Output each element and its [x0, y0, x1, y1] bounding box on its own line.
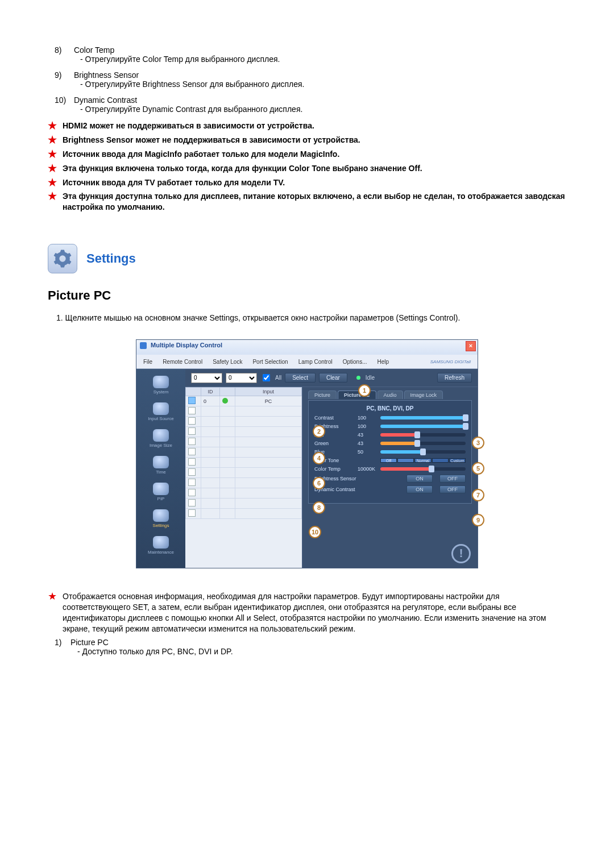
pip-icon — [153, 483, 169, 495]
tab-audio[interactable]: Audio — [377, 391, 403, 399]
table-row — [186, 447, 302, 458]
label-color-temp: Color Temp — [314, 466, 354, 472]
color-tone-option[interactable] — [397, 458, 414, 463]
table-row — [186, 427, 302, 437]
row-select-icon — [188, 499, 196, 506]
color-tone-option[interactable]: Custom — [449, 458, 466, 463]
label-dynamic-contrast: Dynamic Contrast — [314, 487, 375, 492]
row-select-icon — [188, 427, 196, 435]
range-to-select[interactable]: 0 — [226, 373, 257, 383]
menu-lamp-control[interactable]: Lamp Control — [295, 358, 336, 366]
item-label: Picture PC — [70, 638, 109, 647]
menu-bar: File Remote Control Safety Lock Port Sel… — [136, 355, 478, 369]
brand-label: SAMSUNG DIGITall — [427, 359, 474, 365]
star-icon: ★ — [48, 177, 57, 188]
menu-remote-control[interactable]: Remote Control — [159, 358, 206, 366]
slider-color-temp[interactable] — [380, 467, 466, 471]
slider-brightness[interactable] — [380, 425, 466, 428]
table-row — [186, 488, 302, 499]
menu-options[interactable]: Options... — [339, 358, 371, 366]
table-row — [186, 458, 302, 468]
slider-green[interactable] — [380, 442, 466, 445]
idle-indicator-icon — [356, 376, 360, 380]
table-row — [186, 499, 302, 509]
row-select-icon — [188, 489, 196, 496]
refresh-button[interactable]: Refresh — [437, 373, 472, 383]
sidebar-item-label: Time — [156, 470, 165, 475]
table-row — [186, 417, 302, 427]
star-icon: ★ — [48, 135, 57, 145]
slider-contrast[interactable] — [380, 416, 466, 420]
item-desc: - Отрегулируйте Brightness Sensor для вы… — [80, 80, 566, 89]
section-subheading: Picture PC — [48, 288, 566, 303]
sidebar-item-label: Image Size — [150, 443, 172, 448]
note-text: Источник ввода для MagicInfo работает то… — [63, 149, 339, 159]
color-tone-option[interactable]: Normal — [414, 458, 431, 463]
all-checkbox[interactable] — [263, 374, 270, 381]
sidebar-item-settings[interactable]: Settings — [141, 506, 181, 530]
sidebar-item-system[interactable]: System — [141, 372, 181, 397]
dynamic-contrast-off[interactable]: OFF — [439, 485, 466, 493]
dynamic-contrast-on[interactable]: ON — [406, 485, 433, 493]
warning-icon: ! — [451, 544, 471, 563]
grid-header-stat — [220, 388, 235, 396]
menu-help[interactable]: Help — [374, 358, 393, 366]
menu-port-selection[interactable]: Port Selection — [249, 358, 291, 366]
sidebar-item-image-size[interactable]: Image Size — [141, 426, 181, 450]
select-button[interactable]: Select — [285, 373, 316, 383]
slider-red[interactable] — [380, 433, 466, 437]
note-text: HDMI2 может не поддерживаться в зависимо… — [63, 121, 314, 130]
star-icon: ★ — [48, 121, 57, 131]
time-icon — [153, 456, 169, 468]
color-tone-selector[interactable]: Off Normal Custom — [380, 458, 466, 463]
list-item: 1) Picture PC - Доступно только для PC, … — [55, 638, 566, 656]
section-heading: Settings — [48, 244, 566, 273]
note-line: ★ Brightness Sensor может не поддерживат… — [48, 135, 566, 146]
row-select-icon[interactable] — [188, 397, 196, 404]
idle-label: Idle — [366, 375, 375, 381]
color-tone-option[interactable] — [432, 458, 449, 463]
note-line: ★ HDMI2 может не поддерживаться в зависи… — [48, 121, 566, 131]
table-row — [186, 478, 302, 488]
label-green: Green — [314, 441, 354, 446]
item-label: Brightness Sensor — [74, 70, 139, 80]
note-text: Источник ввода для TV работает только дл… — [63, 178, 285, 187]
item-desc: - Отрегулируйте Color Temp для выбранног… — [80, 55, 566, 64]
sidebar-item-time[interactable]: Time — [141, 452, 181, 477]
item-number: 1) — [55, 638, 68, 647]
row-select-icon — [188, 407, 196, 414]
brightness-sensor-on[interactable]: ON — [406, 475, 433, 483]
sidebar-item-input-source[interactable]: Input Source — [141, 399, 181, 423]
sidebar-item-label: PIP — [157, 496, 165, 501]
value-red: 43 — [358, 432, 377, 438]
table-row — [186, 509, 302, 519]
brightness-sensor-off[interactable]: OFF — [439, 475, 466, 483]
item-desc: - Доступно только для PC, BNC, DVI и DP. — [77, 647, 566, 656]
note-text: Эта функция доступна только для дисплеев… — [63, 192, 565, 211]
row-select-icon — [188, 438, 196, 445]
note-text: Отображается основная информация, необхо… — [63, 592, 546, 633]
label-contrast: Contrast — [314, 415, 354, 421]
range-from-select[interactable]: 0 — [191, 373, 222, 383]
sidebar-item-maintenance[interactable]: Maintenance — [141, 533, 181, 557]
row-select-icon — [188, 458, 196, 466]
table-row[interactable]: 0 PC — [186, 396, 302, 406]
item-number: 9) — [55, 70, 72, 80]
image-size-icon — [153, 429, 169, 442]
list-item: 8) Color Temp - Отрегулируйте Color Temp… — [48, 45, 566, 64]
list-item: 10) Dynamic Contrast - Отрегулируйте Dyn… — [48, 95, 566, 114]
slider-blue[interactable] — [380, 450, 466, 454]
close-button[interactable]: × — [466, 341, 476, 351]
sidebar-item-pip[interactable]: PIP — [141, 479, 181, 504]
section-heading-text: Settings — [86, 251, 136, 266]
clear-button[interactable]: Clear — [319, 373, 347, 383]
tab-image-lock[interactable]: Image Lock — [404, 391, 443, 399]
menu-file[interactable]: File — [140, 358, 156, 366]
row-select-icon — [188, 509, 196, 517]
color-tone-option[interactable]: Off — [380, 458, 397, 463]
tab-picture[interactable]: Picture — [308, 391, 337, 399]
menu-safety-lock[interactable]: Safety Lock — [209, 358, 246, 366]
settings-icon — [153, 509, 169, 522]
window-titlebar: Multiple Display Control × — [136, 340, 478, 355]
table-row — [186, 437, 302, 447]
